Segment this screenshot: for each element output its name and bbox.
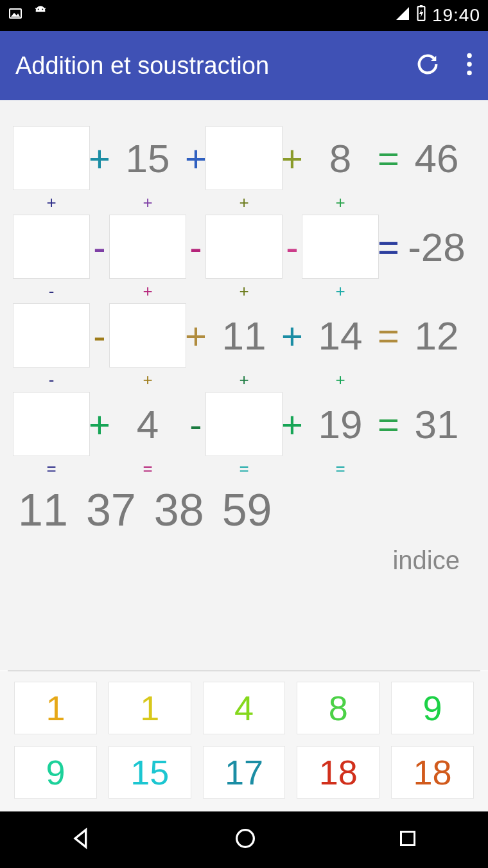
operator: + <box>89 403 110 446</box>
tile-picker: 11489915171818 <box>0 671 488 811</box>
puzzle-blank[interactable] <box>109 215 186 279</box>
svg-point-6 <box>467 62 472 67</box>
svg-point-5 <box>467 53 472 58</box>
nav-bar <box>0 811 488 868</box>
puzzle-blank[interactable] <box>205 392 283 456</box>
puzzle-blank[interactable] <box>109 303 186 368</box>
number-tile[interactable]: 8 <box>297 682 379 734</box>
puzzle-number: 4 <box>137 402 159 447</box>
puzzle-blank[interactable] <box>13 303 90 368</box>
operator: + <box>281 403 303 446</box>
operator: + <box>185 137 207 180</box>
svg-point-1 <box>38 8 39 10</box>
operator: = <box>378 226 399 269</box>
refresh-icon[interactable] <box>415 51 440 80</box>
vertical-operator: + <box>239 191 248 213</box>
svg-point-7 <box>467 71 472 76</box>
vertical-operator: = <box>143 457 152 479</box>
operator: - <box>189 226 202 269</box>
battery-icon <box>415 5 427 26</box>
operator: + <box>89 137 110 180</box>
vertical-operator: - <box>49 369 55 391</box>
puzzle-number: 19 <box>318 402 363 447</box>
cell-signal-icon <box>395 5 410 26</box>
page-title: Addition et soustraction <box>15 52 269 80</box>
number-tile[interactable]: 1 <box>109 682 191 734</box>
vertical-operator: + <box>143 191 152 213</box>
puzzle-area: +15++8=46++++---=-28-+++-+11+14=12-++++4… <box>0 100 488 670</box>
puzzle-number: 15 <box>126 136 170 181</box>
number-tile[interactable]: 4 <box>203 682 286 734</box>
number-tile[interactable]: 9 <box>391 682 474 734</box>
number-tile[interactable]: 1 <box>14 682 97 734</box>
operator: - <box>286 226 298 269</box>
vertical-operator: + <box>239 369 248 391</box>
number-tile[interactable]: 9 <box>14 746 97 799</box>
app-actions <box>415 51 473 80</box>
screen: 19:40 Addition et soustraction +15++8=46… <box>0 0 488 868</box>
puzzle-blank[interactable] <box>13 215 90 279</box>
vertical-operator: + <box>143 280 152 302</box>
vertical-operator: = <box>239 457 248 479</box>
column-total: 59 <box>222 484 272 536</box>
puzzle-number: 31 <box>415 402 459 447</box>
puzzle-number: 46 <box>415 136 459 181</box>
vertical-operator: + <box>335 280 345 302</box>
number-tile[interactable]: 17 <box>203 746 286 799</box>
operator: + <box>281 137 303 180</box>
number-tile[interactable]: 18 <box>391 746 474 799</box>
puzzle-number: 12 <box>415 313 459 359</box>
number-tile[interactable]: 18 <box>297 746 379 799</box>
operator: = <box>378 314 399 357</box>
puzzle-blank[interactable] <box>13 392 90 456</box>
operator: + <box>185 314 207 357</box>
vertical-operator: + <box>335 191 345 213</box>
puzzle-blank[interactable] <box>13 126 90 190</box>
svg-point-8 <box>237 830 254 847</box>
puzzle-blank[interactable] <box>205 126 283 190</box>
vertical-operator: + <box>46 191 56 213</box>
operator: - <box>93 314 105 357</box>
vertical-operator: + <box>143 369 152 391</box>
puzzle-blank[interactable] <box>302 215 379 279</box>
status-left <box>8 5 49 26</box>
operator: = <box>378 137 399 180</box>
vertical-operator: - <box>49 280 55 302</box>
puzzle-number: 14 <box>318 313 363 359</box>
puzzle-number: -28 <box>408 224 466 270</box>
clock-text: 19:40 <box>432 5 480 26</box>
vertical-operator: = <box>46 457 56 479</box>
puzzle-number: 8 <box>329 136 351 181</box>
column-total: 37 <box>86 484 136 536</box>
app-bar: Addition et soustraction <box>0 31 488 100</box>
status-bar: 19:40 <box>0 0 488 31</box>
svg-rect-4 <box>420 5 423 7</box>
puzzle-blank[interactable] <box>205 215 283 279</box>
android-icon <box>32 5 49 26</box>
column-total: 11 <box>18 484 68 536</box>
hint-button[interactable]: indice <box>13 536 475 580</box>
recents-icon[interactable] <box>396 827 419 853</box>
gallery-icon <box>8 5 23 26</box>
back-icon[interactable] <box>69 826 94 854</box>
vertical-operator: + <box>335 369 345 391</box>
number-tile[interactable]: 15 <box>109 746 191 799</box>
operator: - <box>93 226 105 269</box>
column-totals: 11373859 <box>13 479 475 536</box>
status-right: 19:40 <box>395 5 480 26</box>
puzzle-grid: +15++8=46++++---=-28-+++-+11+14=12-++++4… <box>13 126 475 479</box>
puzzle-number: 11 <box>222 313 266 359</box>
operator: - <box>189 403 202 446</box>
home-icon[interactable] <box>232 826 258 854</box>
overflow-menu-icon[interactable] <box>466 53 473 78</box>
vertical-operator: = <box>335 457 345 479</box>
operator: = <box>378 403 399 446</box>
vertical-operator: + <box>239 280 248 302</box>
svg-point-2 <box>42 8 43 10</box>
operator: + <box>281 314 303 357</box>
column-total: 38 <box>154 484 204 536</box>
svg-rect-9 <box>401 832 414 846</box>
